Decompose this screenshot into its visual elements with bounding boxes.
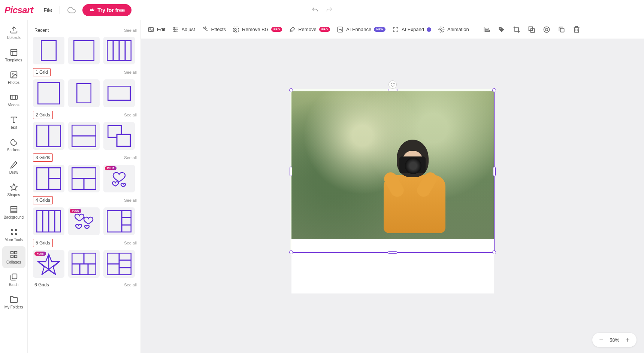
- rail-photos[interactable]: Photos: [2, 67, 25, 88]
- collage-recent-4col[interactable]: [103, 37, 135, 64]
- rail-stickers[interactable]: Stickers: [2, 134, 25, 156]
- rail-shapes[interactable]: Shapes: [2, 179, 25, 201]
- svg-point-88: [544, 27, 549, 32]
- svg-point-69: [150, 28, 151, 29]
- svg-rect-39: [117, 134, 130, 146]
- selection-box[interactable]: [291, 90, 495, 253]
- tb-label: Edit: [157, 27, 165, 32]
- delete-icon[interactable]: [573, 26, 580, 33]
- top-bar: Picsart File Try for free: [0, 0, 644, 20]
- align-icon[interactable]: [483, 26, 490, 33]
- collage-1grid-square[interactable]: [33, 79, 64, 107]
- rail-draw[interactable]: Draw: [2, 156, 25, 178]
- see-all-link[interactable]: See all: [124, 113, 137, 117]
- collage-2grids-hsplit[interactable]: [68, 122, 100, 150]
- see-all-link[interactable]: See all: [124, 241, 137, 245]
- collage-1grid-portrait[interactable]: [68, 79, 100, 107]
- svg-point-89: [545, 28, 548, 31]
- rail-templates[interactable]: Templates: [2, 44, 25, 66]
- tb-effects[interactable]: Effects: [202, 26, 226, 33]
- handle-tl[interactable]: [289, 88, 293, 92]
- collage-4grids-hearts[interactable]: PLUS: [68, 207, 100, 235]
- tb-edit[interactable]: Edit: [148, 26, 165, 33]
- cloud-sync-icon[interactable]: [67, 6, 76, 14]
- rail-background[interactable]: Background: [2, 201, 25, 223]
- collage-4grids-mix[interactable]: [103, 207, 135, 235]
- plus-badge: PLUS: [105, 166, 117, 170]
- collage-4grids-cols[interactable]: [33, 207, 64, 235]
- canvas-stage[interactable]: 58%: [141, 39, 644, 353]
- rail-label: Collages: [6, 260, 21, 264]
- see-all-link[interactable]: See all: [124, 283, 137, 287]
- collage-5grids-a[interactable]: [68, 250, 100, 278]
- crop-icon[interactable]: [513, 26, 520, 33]
- rail-batch[interactable]: Batch: [2, 269, 25, 290]
- svg-rect-32: [77, 83, 91, 103]
- file-menu[interactable]: File: [40, 5, 56, 15]
- collage-3grids-a[interactable]: [33, 165, 64, 192]
- tb-animation[interactable]: Animation: [438, 26, 469, 33]
- rotate-handle[interactable]: [388, 80, 397, 89]
- zoom-out-icon[interactable]: [598, 337, 604, 343]
- redo-icon[interactable]: [326, 6, 333, 14]
- rail-more-tools[interactable]: More Tools: [2, 224, 25, 246]
- rail-videos[interactable]: Videos: [2, 89, 25, 111]
- collage-panel: Recent See all 1 Grid See all 2 Grids Se…: [28, 20, 141, 353]
- handle-b[interactable]: [388, 251, 397, 254]
- see-all-link[interactable]: See all: [124, 198, 137, 203]
- tb-adjust[interactable]: Adjust: [172, 26, 195, 33]
- rail-uploads[interactable]: Uploads: [2, 22, 25, 43]
- crown-icon: [89, 7, 95, 13]
- collage-recent-square[interactable]: [68, 37, 100, 64]
- zoom-in-icon[interactable]: [625, 337, 631, 343]
- collage-3grids-b[interactable]: [68, 165, 100, 192]
- brand-logo[interactable]: Picsart: [4, 5, 33, 15]
- handle-t[interactable]: [388, 89, 397, 91]
- undo-icon[interactable]: [311, 6, 319, 14]
- collage-recent-portrait[interactable]: [33, 37, 64, 64]
- zoom-control: 58%: [592, 333, 637, 347]
- tb-remove[interactable]: RemovePRO: [289, 26, 330, 33]
- tb-label: Adjust: [181, 27, 195, 32]
- collage-5grids-b[interactable]: [103, 250, 135, 278]
- tb-ai-expand[interactable]: AI Expand: [392, 26, 431, 33]
- svg-line-56: [38, 262, 55, 274]
- collage-2grids-overlap[interactable]: [103, 122, 135, 150]
- tb-ai-enhance[interactable]: AI EnhanceNEW: [337, 26, 386, 33]
- handle-tr[interactable]: [492, 88, 496, 92]
- layer-order-icon[interactable]: [528, 26, 535, 33]
- tb-divider: [476, 25, 476, 34]
- see-all-link[interactable]: See all: [124, 28, 137, 33]
- tb-remove-bg[interactable]: Remove BGPRO: [233, 26, 282, 33]
- duplicate-icon[interactable]: [558, 26, 565, 33]
- svg-rect-33: [108, 86, 130, 100]
- text-icon: [10, 116, 18, 124]
- try-free-button[interactable]: Try for free: [82, 4, 131, 16]
- see-all-link[interactable]: See all: [124, 155, 137, 160]
- rail-collages[interactable]: Collages: [2, 246, 25, 268]
- svg-rect-6: [10, 95, 17, 99]
- folder-icon: [10, 295, 18, 304]
- svg-point-75: [174, 31, 175, 32]
- left-rail: Uploads Templates Photos Videos Text Sti…: [0, 20, 28, 353]
- handle-br[interactable]: [492, 250, 496, 254]
- handle-l[interactable]: [290, 167, 292, 176]
- handle-r[interactable]: [493, 167, 496, 176]
- rail-label: Draw: [9, 170, 18, 174]
- collage-5grids-star[interactable]: PLUS: [33, 250, 64, 278]
- collage-1grid-landscape[interactable]: [103, 79, 135, 107]
- collage-3grids-hearts[interactable]: PLUS: [103, 165, 135, 192]
- more-tools-icon: [10, 228, 18, 236]
- rail-text[interactable]: Text: [2, 112, 25, 133]
- svg-point-79: [441, 28, 442, 30]
- rail-my-folders[interactable]: My Folders: [2, 291, 25, 313]
- rail-label: My Folders: [4, 305, 23, 309]
- collage-2grids-vsplit[interactable]: [33, 122, 64, 150]
- opacity-icon[interactable]: [543, 26, 550, 33]
- svg-point-74: [176, 29, 177, 30]
- see-all-link[interactable]: See all: [124, 70, 137, 74]
- handle-bl[interactable]: [289, 250, 293, 254]
- rail-label: Stickers: [7, 148, 21, 152]
- svg-rect-1: [10, 49, 17, 55]
- tag-icon[interactable]: [498, 26, 505, 33]
